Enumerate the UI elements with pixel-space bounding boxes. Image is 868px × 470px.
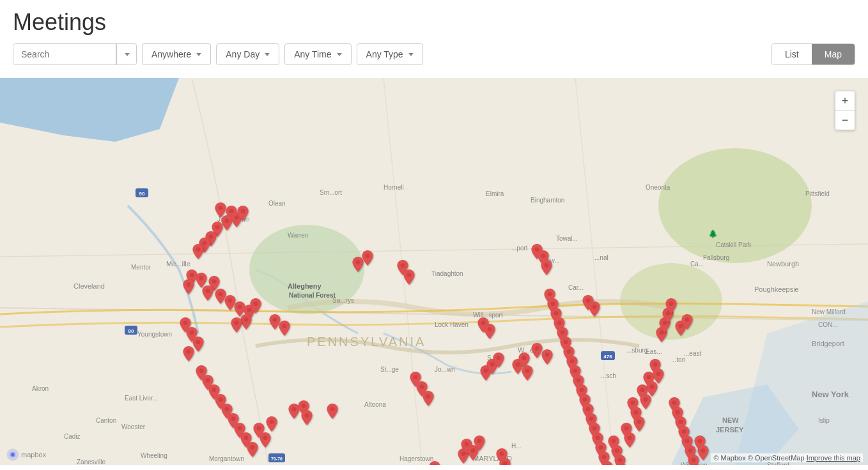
svg-text:Car...: Car...	[568, 284, 584, 291]
svg-text:476: 476	[603, 354, 612, 360]
svg-text:Tow...: Tow...	[543, 257, 560, 264]
search-dropdown-button[interactable]	[116, 44, 136, 64]
svg-text:PENNSYLVANIA: PENNSYLVANIA	[307, 335, 426, 349]
svg-text:Altoona: Altoona	[364, 401, 386, 408]
svg-text:Jamestown: Jamestown	[217, 216, 250, 223]
svg-text:...ton: ...ton	[671, 356, 685, 363]
svg-text:Newburgh: Newburgh	[767, 260, 799, 268]
svg-text:90: 90	[139, 191, 145, 197]
chevron-down-icon	[337, 53, 342, 56]
svg-text:Elmira: Elmira	[486, 190, 504, 197]
svg-text:Youngstown: Youngstown	[137, 331, 172, 338]
svg-text:Catskill Park: Catskill Park	[716, 241, 752, 248]
svg-text:Wooster: Wooster	[121, 423, 146, 430]
svg-text:St...ge: St...ge	[380, 366, 399, 373]
svg-text:W...e: W...e	[518, 346, 534, 354]
svg-text:Akron: Akron	[32, 385, 49, 392]
svg-text:Lock Haven: Lock Haven	[435, 321, 469, 328]
svg-text:Towal...: Towal...	[556, 235, 578, 242]
chevron-down-icon	[125, 53, 130, 56]
search-input[interactable]	[13, 44, 116, 64]
any-time-label: Any Time	[294, 49, 331, 59]
svg-text:Fallsburg: Fallsburg	[703, 254, 729, 261]
mapbox-attribution-link[interactable]: © Mapbox	[713, 454, 745, 462]
svg-text:East Liver...: East Liver...	[125, 395, 158, 402]
search-group	[13, 43, 137, 65]
svg-text:Poughkeepsie: Poughkeepsie	[754, 285, 799, 293]
svg-text:Zanesville: Zanesville	[77, 459, 105, 465]
svg-text:Bridgeport: Bridgeport	[812, 340, 844, 347]
svg-text:S...ry: S...ry	[487, 354, 502, 361]
svg-text:...nal: ...nal	[594, 254, 608, 261]
map-view-button[interactable]: Map	[812, 44, 855, 64]
map-background: 80 476 Cleveland Akron Canton Youngstown…	[0, 78, 868, 465]
anywhere-dropdown[interactable]: Anywhere	[142, 43, 211, 65]
svg-text:Sa...rys: Sa...rys	[332, 297, 354, 304]
page-container: Meetings Anywhere Any Day	[0, 0, 868, 470]
map-svg: 80 476 Cleveland Akron Canton Youngstown…	[0, 78, 868, 465]
svg-text:New Milford: New Milford	[812, 308, 846, 315]
any-day-label: Any Day	[226, 49, 260, 59]
svg-text:...sburg: ...sburg	[626, 347, 647, 354]
svg-text:🌲: 🌲	[708, 229, 718, 238]
svg-text:CON...: CON...	[818, 321, 838, 328]
svg-text:70-76: 70-76	[271, 457, 283, 461]
svg-text:Will...sport: Will...sport	[473, 312, 503, 319]
svg-text:Canton: Canton	[96, 417, 116, 424]
svg-text:Sm...ort: Sm...ort	[320, 189, 342, 196]
any-type-dropdown[interactable]: Any Type	[357, 43, 423, 65]
svg-text:H...: H...	[511, 443, 522, 450]
svg-text:NEW: NEW	[722, 416, 739, 424]
svg-text:Pittsfield: Pittsfield	[805, 190, 830, 197]
svg-text:JERSEY: JERSEY	[716, 426, 744, 434]
svg-text:...sch: ...sch	[601, 372, 616, 379]
header: Meetings Anywhere Any Day	[0, 0, 868, 78]
svg-text:Jo...wn: Jo...wn	[435, 366, 455, 373]
svg-text:New York: New York	[812, 390, 849, 399]
svg-text:National Forest: National Forest	[289, 292, 336, 299]
svg-text:Olean: Olean	[268, 200, 286, 207]
list-view-button[interactable]: List	[772, 44, 812, 64]
improve-map-link[interactable]: Improve this map	[807, 454, 860, 462]
svg-text:Tiadaghton: Tiadaghton	[431, 270, 463, 277]
svg-text:...east: ...east	[684, 350, 701, 357]
svg-text:Cadiz: Cadiz	[64, 433, 81, 440]
svg-text:Hagerstown: Hagerstown	[399, 455, 433, 462]
map-attribution: © Mapbox © OpenStreetMap Improve this ma…	[711, 453, 863, 462]
svg-text:Cleveland: Cleveland	[74, 282, 105, 290]
chevron-down-icon	[408, 53, 414, 56]
svg-text:Morgantown: Morgantown	[209, 455, 244, 462]
zoom-in-button[interactable]: +	[835, 91, 855, 110]
anywhere-label: Anywhere	[151, 49, 191, 59]
any-time-dropdown[interactable]: Any Time	[284, 43, 351, 65]
chevron-down-icon	[265, 53, 270, 56]
svg-text:Ca...: Ca...	[690, 261, 704, 268]
any-type-label: Any Type	[366, 49, 403, 59]
zoom-out-button[interactable]: −	[835, 110, 855, 130]
svg-text:Allegheny: Allegheny	[288, 282, 322, 290]
toolbar: Anywhere Any Day Any Time Any Type L	[13, 43, 855, 72]
mapbox-logo-icon	[6, 448, 19, 461]
svg-text:Hornell: Hornell	[384, 184, 404, 191]
page-title: Meetings	[13, 9, 855, 36]
svg-text:Oneonta: Oneonta	[646, 184, 670, 191]
mapbox-text: mapbox	[21, 451, 46, 459]
svg-point-223	[12, 453, 14, 456]
svg-text:Warren: Warren	[288, 232, 308, 239]
svg-text:MARYLAND: MARYLAND	[473, 455, 512, 462]
svg-text:80: 80	[128, 328, 134, 334]
svg-text:Mentor: Mentor	[131, 264, 151, 271]
mapbox-logo: mapbox	[6, 448, 46, 461]
any-day-dropdown[interactable]: Any Day	[216, 43, 279, 65]
svg-text:Me...ille: Me...ille	[166, 260, 190, 268]
svg-text:Wheeling: Wheeling	[141, 452, 167, 459]
view-toggle: List Map	[771, 43, 855, 65]
svg-text:Binghamton: Binghamton	[531, 197, 564, 204]
chevron-down-icon	[196, 53, 201, 56]
osm-attribution-link[interactable]: © OpenStreetMap	[748, 454, 805, 462]
zoom-controls: + −	[835, 91, 855, 130]
svg-text:Wilm...on: Wilm...on	[681, 462, 708, 465]
svg-text:...port: ...port	[511, 245, 528, 252]
map-container[interactable]: 80 476 Cleveland Akron Canton Youngstown…	[0, 78, 868, 465]
svg-text:Eas...: Eas...	[646, 348, 662, 355]
